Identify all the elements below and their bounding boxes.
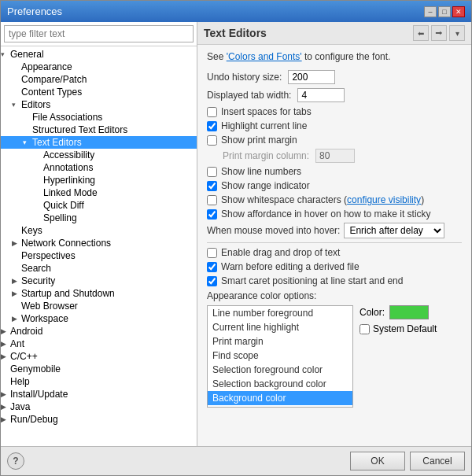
tree-item-editors[interactable]: ▾Editors	[1, 98, 197, 111]
help-button[interactable]: ?	[7, 452, 24, 470]
tree-item-contenttypes[interactable]: Content Types	[1, 86, 197, 98]
hover-label: When mouse moved into hover:	[207, 225, 340, 236]
forward-icon-btn[interactable]: ⮕	[431, 25, 447, 41]
color-item-find_scope[interactable]: Find scope	[208, 349, 352, 363]
show_affordance-checkbox[interactable]	[207, 209, 217, 220]
undo-input[interactable]	[288, 70, 335, 84]
tree-item-rundebug[interactable]: ▶Run/Debug	[1, 413, 197, 426]
warn-checkbox[interactable]	[207, 262, 217, 272]
tree-item-search[interactable]: Search	[1, 262, 197, 275]
arrow-icon: ▶	[1, 327, 10, 335]
arrow-icon: ▾	[1, 50, 10, 58]
color-swatch[interactable]	[389, 305, 429, 319]
tree-label: Genymobile	[10, 363, 61, 375]
tree-item-comparepatch[interactable]: Compare/Patch	[1, 73, 197, 86]
show_whitespace-checkbox[interactable]	[207, 195, 217, 205]
print-margin-input[interactable]	[315, 149, 355, 163]
tree-item-webbrowser[interactable]: Web Browser	[1, 300, 197, 312]
tree-item-startupshutdown[interactable]: ▶Startup and Shutdown	[1, 287, 197, 300]
tree-item-spelling[interactable]: Spelling	[1, 212, 197, 224]
menu-icon-btn[interactable]: ▾	[449, 25, 465, 41]
back-icon-btn[interactable]: ⬅	[413, 25, 429, 41]
arrow-icon: ▶	[1, 340, 10, 348]
tab-input[interactable]	[297, 88, 345, 102]
tree-item-structuredtexteditors[interactable]: Structured Text Editors	[1, 124, 197, 136]
undo-label: Undo history size:	[207, 72, 282, 83]
tab-width-row: Displayed tab width:	[207, 88, 462, 102]
arrow-icon: ▶	[12, 277, 21, 285]
insert_spaces-checkbox[interactable]	[207, 107, 217, 117]
tree-item-fileassociations[interactable]: File Associations	[1, 111, 197, 124]
tree-item-security[interactable]: ▶Security	[1, 275, 197, 287]
color-item-sel_fg[interactable]: Selection foreground color	[208, 363, 352, 377]
tree-item-workspace[interactable]: ▶Workspace	[1, 312, 197, 325]
system-default-checkbox[interactable]	[360, 324, 370, 334]
action-buttons: OK Cancel	[350, 452, 465, 470]
drag-drop-checkbox[interactable]	[207, 248, 217, 258]
color-item-line_num_fg[interactable]: Line number foreground	[208, 306, 352, 320]
smart-caret-checkbox[interactable]	[207, 276, 217, 286]
tree-item-quickdiff[interactable]: Quick Diff	[1, 199, 197, 212]
insert_spaces-label: Insert spaces for tabs	[221, 106, 312, 117]
color-item-print_margin_c[interactable]: Print margin	[208, 334, 352, 349]
tree-item-networkconnections[interactable]: ▶Network Connections	[1, 237, 197, 249]
close-button[interactable]: ✕	[452, 6, 465, 17]
titlebar: Preferences – □ ✕	[1, 1, 471, 22]
show_whitespace-label: Show whitespace characters (configure vi…	[221, 194, 424, 205]
drag-drop-row: Enable drag and drop of text	[207, 247, 462, 258]
tree-label: Search	[21, 263, 51, 274]
color-list: Line number foregroundCurrent line highl…	[207, 305, 353, 408]
print-margin-label: Print margin column:	[223, 150, 309, 161]
tree-item-annotations[interactable]: Annotations	[1, 161, 197, 174]
show_linenums-checkbox[interactable]	[207, 167, 217, 177]
tree-item-genymobile[interactable]: Genymobile	[1, 363, 197, 375]
arrow-icon: ▶	[1, 415, 10, 423]
color-item-bg_color[interactable]: Background color	[208, 391, 352, 405]
tree-label: Startup and Shutdown	[21, 288, 115, 299]
tree-label: Network Connections	[21, 238, 111, 249]
minimize-button[interactable]: –	[424, 6, 437, 17]
checkbox-row-show_affordance: Show affordance in hover on how to make …	[207, 208, 462, 220]
tree-item-perspectives[interactable]: Perspectives	[1, 249, 197, 262]
show_range-checkbox[interactable]	[207, 181, 217, 191]
warn-label: Warn before editing a derived file	[221, 261, 360, 272]
color-item-current_line[interactable]: Current line highlight	[208, 320, 352, 334]
header-icons: ⬅ ⮕ ▾	[413, 25, 465, 41]
tree-item-linkedmode[interactable]: Linked Mode	[1, 186, 197, 199]
info-text-suffix: to configure the font.	[302, 51, 391, 62]
color-item-fg_color[interactable]: Foreground color	[208, 405, 352, 408]
system-default-label: System Default	[373, 323, 437, 334]
show_margin-checkbox[interactable]	[207, 135, 217, 146]
tree-item-cplusplus[interactable]: ▶C/C++	[1, 350, 197, 363]
tree-item-help[interactable]: Help	[1, 375, 197, 388]
highlight_line-checkbox[interactable]	[207, 121, 217, 131]
cancel-button[interactable]: Cancel	[410, 452, 465, 470]
hover-select[interactable]: Enrich after delayEnrich immediatelyNeve…	[344, 223, 444, 238]
arrow-icon: ▾	[23, 138, 32, 146]
tree-label: Install/Update	[10, 389, 68, 400]
color-item-sel_bg[interactable]: Selection background color	[208, 377, 352, 391]
tree-label: Run/Debug	[10, 414, 58, 425]
tree-item-hyperlinking[interactable]: Hyperlinking	[1, 174, 197, 186]
tree-label: C/C++	[10, 351, 38, 362]
tree-item-general[interactable]: ▾General	[1, 48, 197, 61]
configure-visibility-link[interactable]: configure visibility	[347, 194, 421, 205]
right-panel-title: Text Editors	[204, 27, 267, 39]
search-input[interactable]	[4, 25, 194, 42]
arrow-icon: ▶	[1, 352, 10, 360]
show_affordance-label: Show affordance in hover on how to make …	[221, 208, 431, 220]
appearance-section: Appearance color options: Line number fo…	[207, 290, 462, 408]
right-header: Text Editors ⬅ ⮕ ▾	[197, 22, 471, 45]
tree-item-keys[interactable]: Keys	[1, 224, 197, 237]
right-panel: Text Editors ⬅ ⮕ ▾ See 'Colors and Fonts…	[197, 22, 471, 446]
ok-button[interactable]: OK	[350, 452, 405, 470]
colors-fonts-link[interactable]: 'Colors and Fonts'	[227, 51, 302, 62]
tree-item-installupdate[interactable]: ▶Install/Update	[1, 388, 197, 400]
tree-item-texteditors[interactable]: ▾Text Editors	[1, 136, 197, 149]
tree-item-accessibility[interactable]: Accessibility	[1, 149, 197, 161]
tree-item-java[interactable]: ▶Java	[1, 400, 197, 413]
maximize-button[interactable]: □	[438, 6, 451, 17]
tree-item-android[interactable]: ▶Android	[1, 325, 197, 338]
tree-item-ant[interactable]: ▶Ant	[1, 338, 197, 350]
tree-item-appearance[interactable]: Appearance	[1, 61, 197, 73]
